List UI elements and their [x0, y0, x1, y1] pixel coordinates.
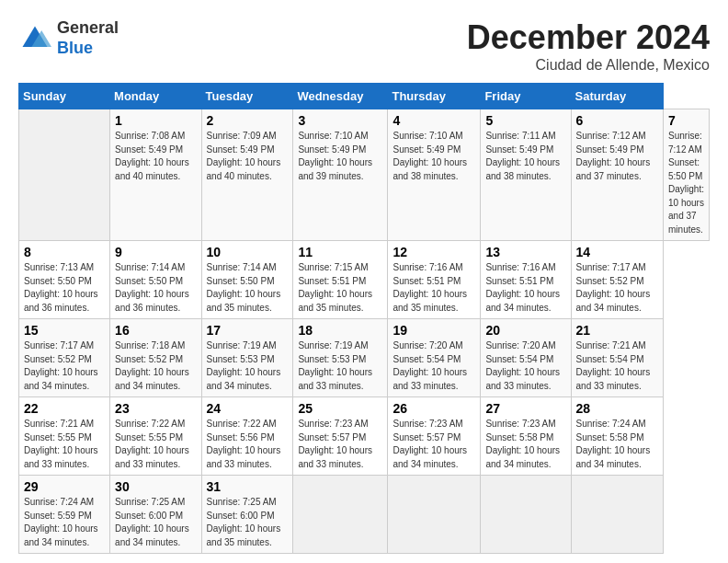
- day-22: 22 Sunrise: 7:21 AM Sunset: 5:55 PM Dayl…: [19, 397, 110, 476]
- logo-text: General Blue: [57, 18, 119, 58]
- day-23: 23 Sunrise: 7:22 AM Sunset: 5:55 PM Dayl…: [110, 397, 201, 476]
- header-saturday: Saturday: [571, 84, 663, 109]
- day-24: 24 Sunrise: 7:22 AM Sunset: 5:56 PM Dayl…: [201, 397, 293, 476]
- empty-cell-sat: [571, 476, 663, 554]
- empty-cell-fri: [481, 476, 571, 554]
- calendar-subtitle: Ciudad de Allende, Mexico: [467, 57, 710, 74]
- day-29: 29 Sunrise: 7:24 AM Sunset: 5:59 PM Dayl…: [19, 476, 110, 554]
- day-10: 10 Sunrise: 7:14 AM Sunset: 5:50 PM Dayl…: [201, 241, 293, 319]
- logo-icon: [18, 22, 51, 55]
- day-8: 8 Sunrise: 7:13 AM Sunset: 5:50 PM Dayli…: [19, 241, 110, 319]
- day-1: 1 Sunrise: 7:08 AM Sunset: 5:49 PM Dayli…: [110, 109, 201, 241]
- header-sunday: Sunday: [19, 84, 110, 109]
- calendar-table: Sunday Monday Tuesday Wednesday Thursday…: [18, 83, 710, 554]
- header-tuesday: Tuesday: [201, 84, 293, 109]
- week-row-3: 15 Sunrise: 7:17 AM Sunset: 5:52 PM Dayl…: [19, 319, 710, 397]
- title-area: December 2024 Ciudad de Allende, Mexico: [467, 18, 710, 74]
- day-4: 4 Sunrise: 7:10 AM Sunset: 5:49 PM Dayli…: [388, 109, 481, 241]
- day-13: 13 Sunrise: 7:16 AM Sunset: 5:51 PM Dayl…: [481, 241, 571, 319]
- day-11: 11 Sunrise: 7:15 AM Sunset: 5:51 PM Dayl…: [293, 241, 388, 319]
- header-monday: Monday: [110, 84, 201, 109]
- logo: General Blue: [18, 18, 119, 58]
- day-25: 25 Sunrise: 7:23 AM Sunset: 5:57 PM Dayl…: [293, 397, 388, 476]
- day-3: 3 Sunrise: 7:10 AM Sunset: 5:49 PM Dayli…: [293, 109, 388, 241]
- page-header: General Blue December 2024 Ciudad de All…: [18, 18, 710, 74]
- day-19: 19 Sunrise: 7:20 AM Sunset: 5:54 PM Dayl…: [388, 319, 481, 397]
- week-row-4: 22 Sunrise: 7:21 AM Sunset: 5:55 PM Dayl…: [19, 397, 710, 476]
- day-28: 28 Sunrise: 7:24 AM Sunset: 5:58 PM Dayl…: [571, 397, 663, 476]
- day-14: 14 Sunrise: 7:17 AM Sunset: 5:52 PM Dayl…: [571, 241, 663, 319]
- day-12: 12 Sunrise: 7:16 AM Sunset: 5:51 PM Dayl…: [388, 241, 481, 319]
- day-15: 15 Sunrise: 7:17 AM Sunset: 5:52 PM Dayl…: [19, 319, 110, 397]
- header-friday: Friday: [481, 84, 571, 109]
- header-wednesday: Wednesday: [293, 84, 388, 109]
- week-row-5: 29 Sunrise: 7:24 AM Sunset: 5:59 PM Dayl…: [19, 476, 710, 554]
- day-2: 2 Sunrise: 7:09 AM Sunset: 5:49 PM Dayli…: [201, 109, 293, 241]
- day-27: 27 Sunrise: 7:23 AM Sunset: 5:58 PM Dayl…: [481, 397, 571, 476]
- day-20: 20 Sunrise: 7:20 AM Sunset: 5:54 PM Dayl…: [481, 319, 571, 397]
- day-21: 21 Sunrise: 7:21 AM Sunset: 5:54 PM Dayl…: [571, 319, 663, 397]
- weekday-header-row: Sunday Monday Tuesday Wednesday Thursday…: [19, 84, 710, 109]
- empty-cell-wed: [293, 476, 388, 554]
- week-row-2: 8 Sunrise: 7:13 AM Sunset: 5:50 PM Dayli…: [19, 241, 710, 319]
- week-row-1: 1 Sunrise: 7:08 AM Sunset: 5:49 PM Dayli…: [19, 109, 710, 241]
- day-18: 18 Sunrise: 7:19 AM Sunset: 5:53 PM Dayl…: [293, 319, 388, 397]
- empty-cell-thu: [388, 476, 481, 554]
- day-6: 6 Sunrise: 7:12 AM Sunset: 5:49 PM Dayli…: [571, 109, 663, 241]
- day-17: 17 Sunrise: 7:19 AM Sunset: 5:53 PM Dayl…: [201, 319, 293, 397]
- day-16: 16 Sunrise: 7:18 AM Sunset: 5:52 PM Dayl…: [110, 319, 201, 397]
- day-30: 30 Sunrise: 7:25 AM Sunset: 6:00 PM Dayl…: [110, 476, 201, 554]
- header-thursday: Thursday: [388, 84, 481, 109]
- empty-cell: [19, 109, 110, 241]
- day-26: 26 Sunrise: 7:23 AM Sunset: 5:57 PM Dayl…: [388, 397, 481, 476]
- day-7: 7 Sunrise: 7:12 AM Sunset: 5:50 PM Dayli…: [664, 109, 710, 241]
- day-5: 5 Sunrise: 7:11 AM Sunset: 5:49 PM Dayli…: [481, 109, 571, 241]
- calendar-title: December 2024: [467, 18, 710, 57]
- day-31: 31 Sunrise: 7:25 AM Sunset: 6:00 PM Dayl…: [201, 476, 293, 554]
- day-9: 9 Sunrise: 7:14 AM Sunset: 5:50 PM Dayli…: [110, 241, 201, 319]
